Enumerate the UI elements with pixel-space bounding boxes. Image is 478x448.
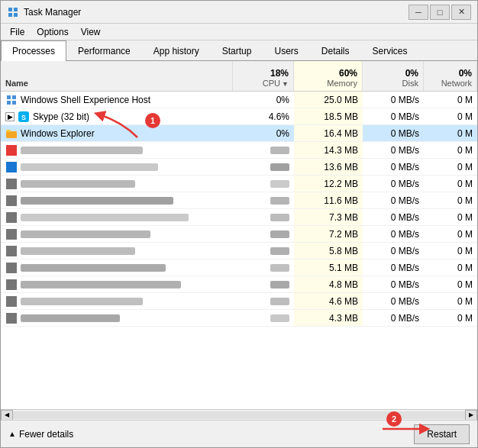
- cell-memory: 12.2 MB: [294, 176, 363, 192]
- tab-performance[interactable]: Performance: [66, 40, 142, 61]
- tab-bar: Processes Performance App history Startu…: [1, 40, 477, 61]
- table-row[interactable]: ▶SSkype (32 bit)4.6%18.5 MB0 MB/s0 M: [1, 108, 477, 125]
- tab-processes[interactable]: Processes: [1, 40, 66, 61]
- task-manager-window: Task Manager ─ □ ✕ File Options View Pro…: [0, 0, 478, 448]
- expand-button[interactable]: ▶: [5, 112, 15, 121]
- svg-rect-1: [14, 8, 18, 11]
- col-disk[interactable]: 0% Disk: [363, 61, 424, 91]
- blurred-name: [21, 180, 135, 188]
- process-icon: [5, 279, 18, 291]
- cell-name: [1, 276, 233, 292]
- col-cpu[interactable]: 18% CPU▼: [233, 61, 294, 91]
- cell-memory: 7.2 MB: [294, 226, 363, 242]
- cell-memory: 18.5 MB: [294, 108, 363, 124]
- cell-disk: 0 MB/s: [363, 310, 424, 326]
- table-row[interactable]: Windows Shell Experience Host0%25.0 MB0 …: [1, 92, 477, 108]
- blurred-cpu: [270, 247, 289, 255]
- cell-name: [1, 226, 233, 242]
- process-icon: [5, 127, 18, 140]
- svg-rect-19: [6, 263, 17, 273]
- cell-cpu: [233, 192, 294, 208]
- cell-cpu: [233, 209, 294, 225]
- restart-button[interactable]: Restart: [414, 424, 470, 444]
- cell-name: Windows Explorer: [1, 125, 233, 141]
- blurred-cpu: [270, 281, 289, 288]
- cell-network: 0 M: [424, 142, 477, 158]
- table-header: Name 18% CPU▼ 60% Memory 0% Disk 0: [1, 61, 477, 92]
- cell-memory: 5.8 MB: [294, 243, 363, 259]
- table-row[interactable]: 4.3 MB0 MB/s0 M: [1, 310, 477, 327]
- col-name[interactable]: Name: [1, 61, 233, 91]
- cell-network: 0 M: [424, 159, 477, 175]
- process-icon: [5, 295, 18, 308]
- svg-rect-17: [6, 229, 17, 240]
- cell-disk: 0 MB/s: [363, 176, 424, 192]
- table-row[interactable]: 13.6 MB0 MB/s0 M: [1, 159, 477, 176]
- tab-startup[interactable]: Startup: [211, 40, 263, 61]
- table-row[interactable]: 4.8 MB0 MB/s0 M: [1, 276, 477, 293]
- close-button[interactable]: ✕: [451, 5, 471, 20]
- table-row[interactable]: 14.3 MB0 MB/s0 M: [1, 142, 477, 159]
- table-row[interactable]: 5.1 MB0 MB/s0 M: [1, 259, 477, 276]
- menu-bar: File Options View: [1, 24, 477, 40]
- menu-view[interactable]: View: [75, 25, 107, 39]
- svg-rect-14: [6, 179, 17, 189]
- tab-details[interactable]: Details: [310, 40, 361, 61]
- table-row[interactable]: 4.6 MB0 MB/s0 M: [1, 293, 477, 310]
- cell-cpu: [233, 159, 294, 175]
- cell-memory: 5.1 MB: [294, 259, 363, 276]
- blurred-name: [21, 197, 173, 205]
- cell-name: [1, 243, 233, 259]
- process-icon: [5, 262, 18, 274]
- minimize-button[interactable]: ─: [409, 5, 428, 20]
- blurred-cpu: [270, 197, 289, 205]
- blurred-name: [21, 214, 189, 221]
- process-icon: [5, 195, 18, 207]
- col-network[interactable]: 0% Network: [424, 61, 477, 91]
- cell-name: [1, 192, 233, 208]
- tab-users[interactable]: Users: [263, 40, 309, 61]
- horizontal-scrollbar[interactable]: ◀ ▶: [1, 409, 477, 420]
- menu-options[interactable]: Options: [31, 25, 74, 39]
- blurred-name: [21, 163, 158, 171]
- blurred-name: [21, 147, 143, 154]
- cell-cpu: [233, 176, 294, 192]
- table-row[interactable]: 7.3 MB0 MB/s0 M: [1, 209, 477, 226]
- annotation-badge-1: 1: [145, 113, 160, 128]
- cell-disk: 0 MB/s: [363, 142, 424, 158]
- maximize-button[interactable]: □: [430, 5, 450, 20]
- table-row[interactable]: 5.8 MB0 MB/s0 M: [1, 243, 477, 259]
- cell-name: [1, 209, 233, 225]
- tab-app-history[interactable]: App history: [142, 40, 211, 61]
- table-row[interactable]: 12.2 MB0 MB/s0 M: [1, 176, 477, 192]
- memory-pct: 60%: [339, 68, 357, 79]
- cell-name: [1, 259, 233, 276]
- svg-rect-2: [8, 13, 12, 17]
- svg-rect-20: [6, 279, 17, 290]
- cell-network: 0 M: [424, 259, 477, 276]
- cell-disk: 0 MB/s: [363, 226, 424, 242]
- svg-rect-10: [6, 131, 17, 138]
- scroll-right-btn[interactable]: ▶: [465, 410, 477, 421]
- table-row[interactable]: 7.2 MB0 MB/s0 M: [1, 226, 477, 243]
- svg-rect-18: [6, 246, 17, 256]
- cell-cpu: [233, 226, 294, 242]
- scroll-left-btn[interactable]: ◀: [1, 410, 13, 421]
- table-row[interactable]: Windows Explorer0%16.4 MB0 MB/s0 M: [1, 125, 477, 142]
- process-list[interactable]: Windows Shell Experience Host0%25.0 MB0 …: [1, 92, 477, 409]
- menu-file[interactable]: File: [4, 25, 31, 39]
- cell-network: 0 M: [424, 276, 477, 292]
- table-row[interactable]: 11.6 MB0 MB/s0 M: [1, 192, 477, 209]
- cell-memory: 11.6 MB: [294, 192, 363, 208]
- col-memory[interactable]: 60% Memory: [294, 61, 363, 91]
- cell-cpu: [233, 243, 294, 259]
- process-icon: [5, 94, 18, 106]
- cell-disk: 0 MB/s: [363, 259, 424, 276]
- cell-cpu: 4.6%: [233, 108, 294, 124]
- fewer-details-button[interactable]: ▲ Fewer details: [8, 429, 73, 440]
- cell-network: 0 M: [424, 209, 477, 225]
- tab-services[interactable]: Services: [361, 40, 419, 61]
- cell-name: [1, 293, 233, 309]
- blurred-name: [21, 230, 150, 238]
- disk-pct: 0%: [405, 68, 418, 79]
